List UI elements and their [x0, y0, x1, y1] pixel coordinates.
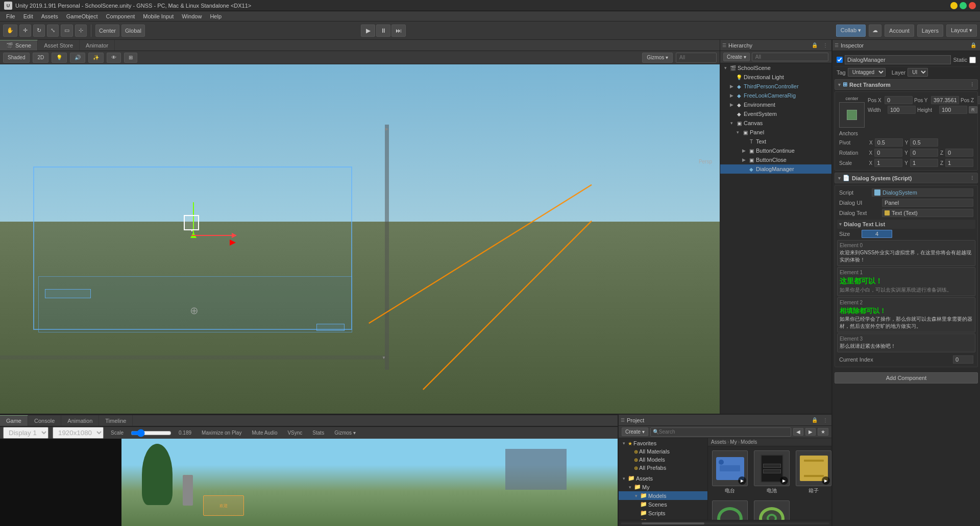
maximize-on-play-btn[interactable]: Maximize on Play — [199, 429, 244, 437]
rot-z-field[interactable] — [945, 149, 973, 157]
rot-x-field[interactable] — [874, 149, 902, 157]
hierarchy-item-thirdpersoncontroller[interactable]: ▶ ◆ ThirdPersonController — [720, 82, 831, 91]
size-input[interactable] — [862, 230, 892, 238]
rot-y-field[interactable] — [910, 149, 938, 157]
game-scale-slider[interactable] — [131, 429, 172, 437]
dialog-text-field[interactable]: Text (Text) — [882, 209, 973, 217]
pause-button[interactable]: ⏸ — [376, 25, 390, 37]
hand-tool[interactable]: ✋ — [3, 25, 17, 37]
height-field[interactable] — [939, 106, 967, 114]
inspector-lock-icon[interactable]: 🔒 — [969, 41, 978, 49]
project-nav-prev[interactable]: ◀ — [793, 428, 803, 436]
scene-resize-right[interactable]: ▶ — [385, 125, 389, 370]
project-scrollbar-thumb[interactable] — [642, 522, 704, 524]
project-scenes-folder[interactable]: 📁 Scenes — [619, 500, 707, 509]
hierarchy-item-text[interactable]: T Text — [720, 137, 831, 146]
stats-btn[interactable]: Stats — [309, 429, 327, 437]
scene-grid[interactable]: ⊞ — [124, 53, 137, 63]
tab-animation[interactable]: Animation — [61, 415, 99, 426]
inspector-name-field[interactable] — [845, 55, 951, 64]
tab-console[interactable]: Console — [28, 415, 61, 426]
menu-edit[interactable]: Edit — [19, 12, 37, 20]
project-nav-next[interactable]: ▶ — [805, 428, 816, 436]
scale-z-field[interactable] — [945, 159, 973, 167]
inspector-static-checkbox[interactable] — [969, 57, 976, 63]
current-index-input[interactable] — [953, 355, 973, 364]
game-display-select[interactable]: Display 1 — [3, 427, 48, 439]
project-create-button[interactable]: Create ▾ — [622, 427, 648, 436]
move-tool[interactable]: ✛ — [19, 25, 31, 37]
asset-play-icon-diantai[interactable]: ▶ — [738, 476, 746, 485]
scene-lighting[interactable]: 💡 — [52, 53, 67, 63]
rect-transform-header[interactable]: ▾ ⊞ Rect Transform ⋮ — [835, 79, 978, 90]
menu-component[interactable]: Component — [102, 12, 139, 20]
layers-button[interactable]: Layers — [917, 25, 943, 37]
project-more-icon[interactable]: ⋮ — [821, 416, 829, 424]
asset-item-diantai[interactable]: ▶ 电台 — [710, 448, 750, 496]
tab-animator[interactable]: Animator — [80, 40, 115, 51]
asset-item-men-fangyingshi[interactable]: ▶ 门哦 · 放映室 — [752, 498, 792, 520]
2d-button[interactable]: 2D — [33, 53, 48, 63]
scale-y-field[interactable] — [910, 159, 938, 167]
scene-effects[interactable]: ✨ — [88, 53, 104, 63]
menu-assets[interactable]: Assets — [37, 12, 62, 20]
width-field[interactable] — [888, 106, 916, 114]
project-my-folder[interactable]: ▾ 📁 My — [619, 483, 707, 491]
tab-game[interactable]: Game — [0, 415, 28, 426]
close-button[interactable]: × — [969, 2, 976, 9]
project-scrollbar-track[interactable] — [621, 522, 829, 524]
project-scrollbar[interactable] — [619, 520, 831, 526]
move-handle[interactable] — [184, 215, 199, 230]
hierarchy-item-canvas[interactable]: ▾ ▣ Canvas — [720, 118, 831, 128]
minimize-button[interactable]: − — [950, 2, 958, 9]
menu-file[interactable]: File — [2, 12, 19, 20]
hierarchy-item-dialogmanager[interactable]: ◆ DialogManager — [720, 164, 831, 174]
layout-button[interactable]: Layout ▾ — [946, 25, 977, 37]
pivot-y-field[interactable] — [910, 138, 938, 147]
menu-mobile-input[interactable]: Mobile Input — [139, 12, 178, 20]
shaded-dropdown[interactable]: Shaded — [3, 53, 30, 63]
inspector-active-checkbox[interactable] — [837, 57, 843, 63]
pos-y-field[interactable] — [931, 96, 959, 104]
scene-hidden[interactable]: 👁 — [107, 53, 121, 63]
rect-transform-options-icon[interactable]: ⋮ — [970, 82, 974, 87]
game-resolution-select[interactable]: 1920x1080 — [53, 427, 104, 439]
scene-audio[interactable]: 🔊 — [70, 53, 85, 63]
project-favorites-root[interactable]: ▾ ★ Favorites — [619, 439, 707, 447]
hierarchy-more-icon[interactable]: ⋮ — [821, 41, 829, 49]
menu-gameobject[interactable]: GameObject — [62, 12, 102, 20]
account-button[interactable]: Account — [885, 25, 914, 37]
project-all-models[interactable]: ⊕ All Models — [619, 456, 707, 464]
hierarchy-item-directionallight[interactable]: 💡 Directional Light — [720, 73, 831, 82]
step-button[interactable]: ⏭ — [391, 25, 406, 37]
tab-timeline[interactable]: Timeline — [99, 415, 133, 426]
scene-viewport[interactable]: ⊕ Persp ▶ ▼ — [0, 64, 720, 414]
pos-x-field[interactable] — [885, 96, 913, 104]
scale-x-field[interactable] — [874, 159, 902, 167]
transform-tool[interactable]: ⊹ — [75, 25, 87, 37]
hierarchy-item-eventsystem[interactable]: ◆ EventSystem — [720, 109, 831, 118]
asset-item-xiangzi[interactable]: ▶ 箱子 — [794, 448, 831, 496]
anchor-grid[interactable] — [839, 102, 865, 128]
collab-button[interactable]: Collab ▾ — [836, 25, 866, 37]
hierarchy-item-buttonclose[interactable]: ▶ ▣ ButtonClose — [720, 155, 831, 164]
add-component-button[interactable]: Add Component — [835, 372, 978, 384]
rect-tool[interactable]: ▭ — [61, 25, 73, 37]
inspector-layer-select[interactable]: UI — [908, 68, 928, 77]
dialog-text-list-header[interactable]: ▾ Dialog Text List — [837, 220, 975, 229]
scene-search[interactable] — [676, 53, 717, 63]
menu-help[interactable]: Help — [206, 12, 226, 20]
cloud-button[interactable]: ☁ — [869, 25, 881, 37]
space-button[interactable]: Global — [121, 25, 145, 37]
pivot-button[interactable]: Center — [95, 25, 119, 37]
maximize-button[interactable]: □ — [960, 2, 967, 9]
hierarchy-create-button[interactable]: Create ▾ — [723, 53, 750, 61]
hierarchy-item-freelookcamerarig[interactable]: ▶ ◆ FreeLookCameraRig — [720, 91, 831, 100]
hierarchy-item-buttoncontinue[interactable]: ▶ ▣ ButtonContinue — [720, 146, 831, 155]
script-field[interactable]: DialogSystem — [872, 188, 973, 197]
dialog-ui-field[interactable]: Panel — [882, 199, 973, 207]
pivot-x-field[interactable] — [875, 138, 903, 147]
game-gizmos-btn[interactable]: Gizmos ▾ — [331, 429, 359, 437]
gizmos-dropdown[interactable]: Gizmos ▾ — [642, 53, 673, 63]
project-scripts-folder[interactable]: 📁 Scripts — [619, 509, 707, 517]
